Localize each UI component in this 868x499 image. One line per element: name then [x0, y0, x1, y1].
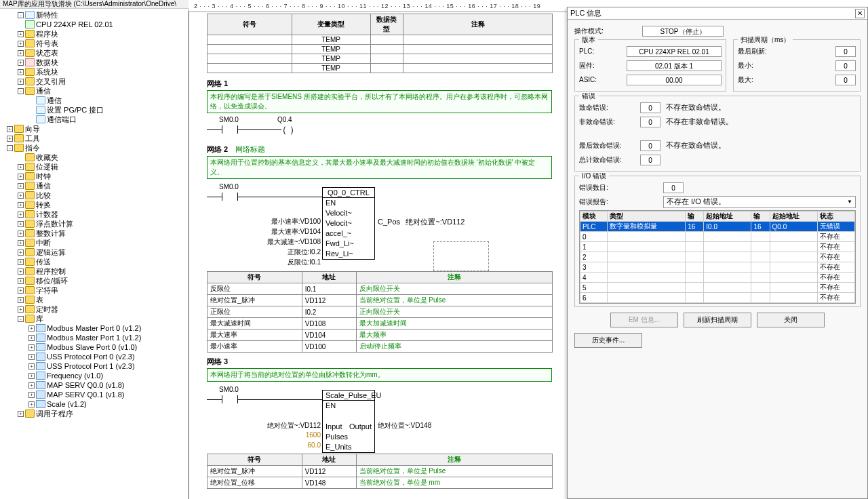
tree-item[interactable]: +传送 [0, 257, 188, 266]
tree-item[interactable]: 通信端口 [0, 115, 188, 124]
tree-item[interactable]: +USS Protocol Port 0 (v2.3) [0, 352, 188, 361]
contact-icon [222, 125, 238, 134]
tree-item[interactable]: +移位/循环 [0, 276, 188, 285]
lib-icon [36, 324, 45, 332]
table-row[interactable]: TEMP [208, 35, 553, 45]
tree-item[interactable]: +字符串 [0, 285, 188, 295]
tree-item[interactable]: +MAP SERV Q0.1 (v1.8) [0, 390, 188, 399]
tree-item-label: Modbus Master Port 0 (v1.2) [47, 323, 141, 333]
close-button[interactable]: 关闭 [757, 313, 825, 327]
tree-item[interactable]: +通信 [0, 181, 188, 191]
tree-item[interactable]: CPU 224XP REL 02.01 [0, 20, 188, 29]
tree-item[interactable]: +定时器 [0, 304, 188, 314]
folder-icon [25, 153, 35, 161]
tree-item[interactable]: +程序控制 [0, 266, 188, 276]
tree-item[interactable]: +计数器 [0, 209, 188, 219]
network-1-ladder: SM0.0 Q0.4 （ ） [207, 117, 568, 138]
function-block-q0-0-ctrl: Q0_0_CTRL EN Velocit~Velocit~accel_~Fwd_… [322, 187, 375, 260]
lib-icon [36, 381, 45, 389]
col-symbol: 符号 [208, 454, 302, 466]
tree-item[interactable]: 通信 [0, 96, 188, 105]
tree-item[interactable]: +Modbus Master Port 0 (v1.2) [0, 323, 188, 333]
fbox-en-pin: EN [326, 199, 336, 207]
tree-item[interactable]: +Modbus Master Port 1 (v1.2) [0, 333, 188, 342]
grid-row[interactable]: 3不存在 [580, 262, 855, 273]
tree-item[interactable]: +整数计算 [0, 228, 188, 238]
tree-item[interactable]: 收藏夹 [0, 153, 188, 162]
tree-item[interactable]: -通信 [0, 86, 188, 96]
col-comment: 注释 [356, 454, 552, 466]
network-2-ladder: SM0.0 Q0_0_CTRL EN Velocit~Velocit~accel… [207, 183, 568, 271]
const-60: 60.0 [308, 441, 321, 449]
tree-item[interactable]: +比较 [0, 191, 188, 200]
col-comment: 注释 [403, 14, 553, 35]
table-row[interactable]: TEMP [208, 45, 553, 54]
table-row: 绝对位置_脉冲VD112当前绝对位置，单位是 Pulse [208, 466, 553, 477]
tree-item[interactable]: -新特性 [0, 10, 188, 20]
tree-item[interactable]: +向导 [0, 124, 188, 134]
history-button[interactable]: 历史事件... [574, 333, 642, 348]
table-row[interactable]: TEMP [208, 54, 553, 64]
asic-value: 00.00 [627, 75, 722, 85]
em-info-button[interactable]: EM 信息... [610, 313, 678, 327]
io-error-section: I/O 错误 错误数目:0 错误报告: 不存在 I/O 错误。▼ 模块类型输起始… [574, 176, 861, 307]
input-pin-label: 最大减速~:VD108 [267, 237, 321, 247]
network-2-link[interactable]: 网络标题 [235, 145, 265, 153]
tree-item-label: 调用子程序 [36, 409, 73, 418]
network-3-symbol-table: 符号 地址 注释 绝对位置_脉冲VD112当前绝对位置，单位是 Pulse绝对位… [207, 454, 553, 489]
version-section: 版本 PLC:CPU 224XP REL 02.01 固件:02.01 版本 1… [574, 39, 726, 92]
grid-row[interactable]: 4不存在 [580, 273, 855, 283]
plc-info-panel: PLC 信息 ✕ 操作模式: STOP（停止） 版本 PLC:CPU 224XP… [567, 7, 868, 499]
io-report-dropdown[interactable]: 不存在 I/O 错误。▼ [663, 196, 856, 208]
tree-item[interactable]: +时钟 [0, 172, 188, 181]
tree-item[interactable]: +Modbus Slave Port 0 (v1.0) [0, 342, 188, 352]
tree-item[interactable]: +工具 [0, 134, 188, 143]
tree-item[interactable]: +中断 [0, 238, 188, 247]
tree-item[interactable]: +Scale (v1.2) [0, 399, 188, 409]
tree-item[interactable]: +状态表 [0, 48, 188, 58]
grid-row[interactable]: 5不存在 [580, 283, 855, 293]
grid-row[interactable]: 1不存在 [580, 242, 855, 252]
tree-item[interactable]: +MAP SERV Q0.0 (v1.8) [0, 380, 188, 390]
network-1-title: 网络 1 [207, 79, 568, 89]
contact-label: SM0.0 [219, 386, 239, 393]
folder-icon [25, 77, 35, 85]
grid-row[interactable]: 0不存在 [580, 232, 855, 242]
table-row[interactable]: TEMP [208, 64, 553, 73]
panel-title-text: PLC 信息 [570, 8, 601, 18]
folder-icon [25, 39, 35, 47]
network-2-title: 网络 2 网络标题 [207, 144, 568, 155]
grid-row[interactable]: PLC数字量和模拟量16I0.016Q0.0无错误 [580, 222, 855, 232]
module-grid[interactable]: 模块类型输起始地址输起始地址状态 PLC数字量和模拟量16I0.016Q0.0无… [579, 210, 856, 304]
tree-item[interactable]: +转换 [0, 200, 188, 209]
grid-row[interactable]: 2不存在 [580, 252, 855, 262]
tree-item[interactable]: +系统块 [0, 67, 188, 77]
tree-item[interactable]: +表 [0, 295, 188, 304]
tree-item[interactable]: +位逻辑 [0, 162, 188, 172]
tree-item[interactable]: +数据块 [0, 58, 188, 67]
tree-item[interactable]: +Frequency (v1.0) [0, 371, 188, 380]
folder-icon [25, 49, 35, 57]
grid-row[interactable]: 6不存在 [580, 293, 855, 303]
wire [207, 197, 222, 197]
temp-variable-table: 符号 变量类型 数据类型 注释 TEMPTEMPTEMPTEMP [207, 14, 553, 73]
tree-item[interactable]: +交叉引用 [0, 77, 188, 86]
project-tree-sidebar[interactable]: -新特性CPU 224XP REL 02.01+程序块+符号表+状态表+数据块+… [0, 9, 189, 499]
tree-item[interactable]: +符号表 [0, 39, 188, 48]
tree-item[interactable]: -库 [0, 314, 188, 323]
table-row: 绝对位置_位移VD148当前绝对位置，单位是 mm [208, 477, 553, 489]
tree-item[interactable]: +浮点数计算 [0, 219, 188, 228]
ladder-editor[interactable]: 符号 变量类型 数据类型 注释 TEMPTEMPTEMPTEMP 网络 1 本程… [189, 12, 570, 499]
close-icon[interactable]: ✕ [855, 9, 865, 18]
tree-item[interactable]: +调用子程序 [0, 409, 188, 418]
refresh-scan-button[interactable]: 刷新扫描周期 [684, 313, 751, 327]
wire [207, 399, 222, 400]
tree-item[interactable]: +逻辑运算 [0, 247, 188, 257]
folder-icon [25, 172, 35, 180]
tree-item[interactable]: +USS Protocol Port 1 (v2.3) [0, 361, 188, 371]
tree-item[interactable]: 设置 PG/PC 接口 [0, 105, 188, 115]
tree-item[interactable]: -指令 [0, 143, 188, 153]
network-1-comment: 本程序的编写是基于SIEMENS 所搭建的实验平台，所以才有了本网络的程序。用户… [207, 90, 552, 113]
input-pin-label: 最小速率:VD100 [271, 217, 321, 226]
tree-item[interactable]: +程序块 [0, 29, 188, 39]
